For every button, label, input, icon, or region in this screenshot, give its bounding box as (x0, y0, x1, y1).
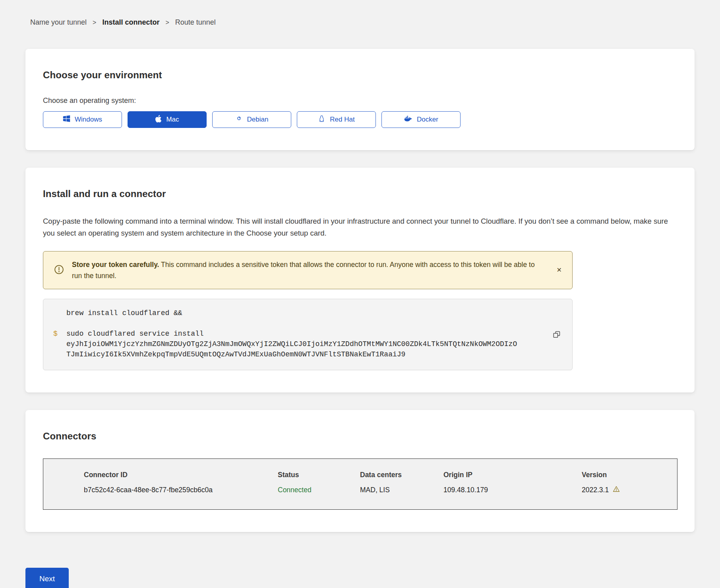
connectors-card: Connectors Connector ID Status Data cent… (25, 410, 695, 532)
warning-message: Store your token carefully. This command… (72, 259, 535, 281)
copy-icon (552, 334, 561, 340)
data-centers-value: MAD, LIS (360, 486, 443, 494)
connector-card-title: Install and run a connector (43, 188, 677, 199)
warning-circle-icon (54, 264, 64, 277)
connector-id-header: Connector ID (84, 471, 278, 479)
tunnel-setup-page: Name your tunnel > Install connector > R… (0, 0, 720, 588)
version-header: Version (582, 471, 669, 479)
breadcrumb-separator: > (93, 19, 96, 26)
breadcrumb-step-install-connector[interactable]: Install connector (102, 18, 159, 27)
os-button-windows[interactable]: Windows (43, 111, 122, 128)
os-button-label: Red Hat (330, 116, 354, 124)
os-button-label: Debian (247, 116, 269, 124)
breadcrumb-separator: > (165, 19, 169, 26)
os-button-mac[interactable]: Mac (128, 111, 207, 128)
os-button-debian[interactable]: Debian (212, 111, 291, 128)
environment-card-title: Choose your environment (43, 70, 677, 81)
data-centers-header: Data centers (360, 471, 443, 479)
token-warning-banner: Store your token carefully. This command… (43, 251, 573, 289)
linux-penguin-icon (318, 115, 325, 124)
connector-card: Install and run a connector Copy-paste t… (25, 168, 695, 393)
breadcrumb-step-name-your-tunnel[interactable]: Name your tunnel (30, 18, 87, 27)
os-button-label: Docker (417, 116, 438, 124)
dismiss-warning-button[interactable]: ✕ (555, 265, 563, 275)
sudo-command-text: sudo cloudflared service install (66, 330, 204, 338)
os-button-group: Windows Mac Debian Red Hat (43, 111, 677, 128)
version-number: 2022.3.1 (582, 486, 609, 494)
os-button-label: Mac (166, 116, 179, 124)
code-line-brew: brew install cloudflared && (66, 308, 182, 318)
connectors-table: Connector ID Status Data centers Origin … (43, 458, 677, 510)
code-gutter (53, 308, 66, 318)
origin-ip-value: 109.48.10.179 (443, 486, 582, 494)
copy-command-button[interactable] (552, 329, 562, 340)
debian-swirl-icon (235, 115, 243, 124)
version-value: 2022.3.1 (582, 485, 669, 495)
code-blank-line (53, 318, 540, 329)
code-line-sudo: sudo cloudflared service install eyJhIjo… (66, 329, 517, 360)
windows-logo-icon (63, 115, 70, 124)
token-line-2: TJmIiwicyI6Ik5XVmhZekpqTmpVdE5UQmtOQzAwT… (66, 349, 517, 360)
install-command-block: brew install cloudflared && $ sudo cloud… (43, 299, 573, 370)
apple-logo-icon (155, 115, 162, 125)
connector-id-value: b7c52c42-6caa-48ee-8c77-fbe259cb6c0a (84, 486, 278, 494)
warning-bold-text: Store your token carefully. (72, 261, 159, 269)
environment-card: Choose your environment Choose an operat… (25, 49, 695, 150)
version-warning-icon[interactable] (612, 485, 620, 495)
os-select-label: Choose an operating system: (43, 97, 677, 105)
token-line-1: eyJhIjoiOWM1YjczYzhmZGNmZDUyOTg2ZjA3NmJm… (66, 339, 517, 349)
shell-prompt: $ (53, 329, 66, 360)
breadcrumb-step-route-tunnel[interactable]: Route tunnel (175, 18, 216, 27)
os-button-docker[interactable]: Docker (381, 111, 461, 128)
connectors-card-title: Connectors (43, 431, 677, 442)
status-value: Connected (278, 486, 360, 494)
connector-instructions: Copy-paste the following command into a … (43, 215, 677, 239)
os-button-label: Windows (75, 116, 102, 124)
close-icon: ✕ (557, 266, 562, 274)
next-button[interactable]: Next (25, 568, 69, 588)
status-header: Status (278, 471, 360, 479)
breadcrumb: Name your tunnel > Install connector > R… (30, 18, 695, 27)
docker-whale-icon (404, 115, 412, 124)
os-button-redhat[interactable]: Red Hat (297, 111, 376, 128)
origin-ip-header: Origin IP (443, 471, 582, 479)
